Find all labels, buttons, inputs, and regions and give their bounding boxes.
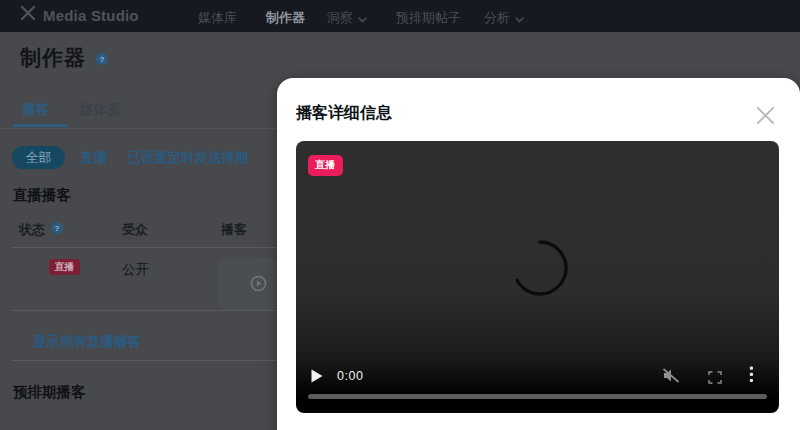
modal-title: 播客详细信息 <box>296 103 392 124</box>
active-tab-underline <box>13 124 68 127</box>
video-player[interactable]: 直播 0:00 <box>296 141 779 413</box>
close-button[interactable] <box>755 106 775 126</box>
nav-item-producer[interactable]: 制作器 <box>266 9 305 27</box>
column-header-status: 状态 <box>19 221 45 239</box>
chevron-down-icon <box>515 11 524 26</box>
time-display: 0:00 <box>337 369 363 383</box>
chevron-down-icon <box>358 11 367 26</box>
nav-item-insights[interactable]: 洞察 <box>327 9 367 27</box>
fullscreen-icon[interactable] <box>708 370 722 388</box>
page-title: 制作器 <box>20 44 86 72</box>
info-icon[interactable]: ? <box>51 222 63 234</box>
scheduled-broadcasts-heading: 预排期播客 <box>13 383 86 402</box>
x-logo-icon <box>21 6 35 24</box>
filter-live[interactable]: 直播 <box>80 149 107 167</box>
show-all-live-link[interactable]: 显示所有直播播客 <box>33 333 141 351</box>
broadcast-details-modal: 播客详细信息 直播 0:00 <box>277 78 800 430</box>
column-header-audience: 受众 <box>122 221 148 239</box>
status-badge: 直播 <box>49 259 80 275</box>
filter-scheduled[interactable]: 已设置定时发送排期 <box>127 149 249 167</box>
nav-item-scheduled-posts[interactable]: 预排期帖子 <box>396 9 461 27</box>
column-header-broadcast: 播客 <box>221 221 247 239</box>
live-badge: 直播 <box>308 155 343 176</box>
spinner-icon <box>510 238 570 302</box>
top-nav: Media Studio 媒体库 制作器 洞察 预排期帖子 分析 <box>0 0 800 32</box>
live-broadcasts-heading: 直播播客 <box>13 186 71 205</box>
nav-item-media-library[interactable]: 媒体库 <box>198 9 237 27</box>
video-thumb-icon <box>250 275 267 296</box>
play-icon[interactable] <box>311 369 323 387</box>
close-icon <box>756 113 775 128</box>
info-icon[interactable]: ? <box>96 53 108 65</box>
nav-item-analytics[interactable]: 分析 <box>484 9 524 27</box>
overflow-menu-icon[interactable] <box>749 366 754 387</box>
muted-icon[interactable] <box>662 368 680 387</box>
filter-all[interactable]: 全部 <box>12 146 65 169</box>
logo-text: Media Studio <box>43 7 139 24</box>
app-window: Media Studio 媒体库 制作器 洞察 预排期帖子 分析 制作器 ? 播… <box>0 0 800 430</box>
audience-cell: 公开 <box>122 261 149 279</box>
logo[interactable]: Media Studio <box>21 6 139 24</box>
tab-media-sources[interactable]: 媒体源 <box>80 101 121 119</box>
broadcast-thumbnail[interactable] <box>218 258 280 310</box>
progress-bar[interactable] <box>308 394 767 399</box>
tab-broadcasts[interactable]: 播客 <box>22 101 49 119</box>
